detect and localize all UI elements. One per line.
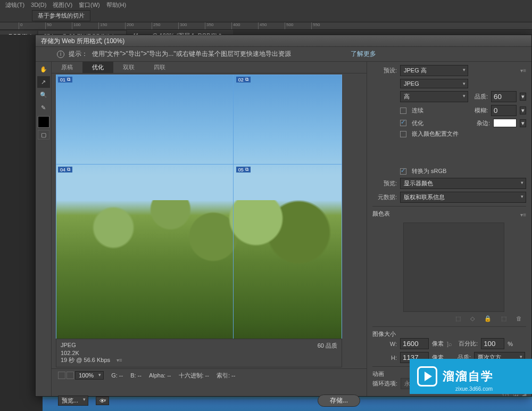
settings-panel: 预设: JPEG 高 ▾≡ JPEG 高 品质: ▾ 连续 模糊: xyxy=(367,62,531,396)
slice-badge-04[interactable]: 04 ⧉ xyxy=(58,167,72,172)
filesize-text: 102.2K xyxy=(61,350,337,356)
blur-label: 模糊: xyxy=(475,106,488,114)
menu-filter[interactable]: 滤镜(T) xyxy=(5,1,24,9)
blur-stepper-icon[interactable]: ▾ xyxy=(520,106,526,114)
readout-g: G: -- xyxy=(111,372,123,379)
ct-icon-2[interactable]: ◇ xyxy=(470,315,475,322)
tab-original[interactable]: 原稿 xyxy=(52,62,82,73)
preview-column: 原稿 优化 双联 四联 01 ⧉ 02 ⧉ 04 ⧉ 05 ⧉ xyxy=(52,62,367,396)
slice-guide-horizontal xyxy=(56,164,342,165)
readout-alpha: Alpha: -- xyxy=(149,372,171,379)
watermark-url: zixue.3d66.com xyxy=(455,386,493,392)
preview-info-panel: JPEG 60 品质 102.2K 19 秒 @ 56.6 Kbps ▾≡ xyxy=(56,339,342,367)
preview-canvas[interactable]: 01 ⧉ 02 ⧉ 04 ⧉ 05 ⧉ xyxy=(56,75,342,354)
zoom-control[interactable]: 100% xyxy=(58,371,104,380)
trash-icon[interactable]: 🗑 xyxy=(516,315,522,322)
convert-srgb-checkbox[interactable] xyxy=(400,168,406,175)
info-icon: i xyxy=(57,51,64,58)
quality-stepper-icon[interactable]: ▾ xyxy=(520,93,526,101)
progressive-checkbox[interactable] xyxy=(400,108,406,114)
preview-button[interactable]: 预览... xyxy=(58,396,88,406)
dialog-tools: ✋ ↗ 🔍 ✎ ▢ xyxy=(36,62,52,396)
colortable-flyout-icon[interactable]: ▾≡ xyxy=(520,212,526,218)
preset-flyout-icon[interactable]: ▾≡ xyxy=(520,68,526,73)
ct-icon-new[interactable]: ⬚ xyxy=(501,315,506,322)
colortable-icons: ⬚ ◇ 🔒 ⬚ 🗑 xyxy=(372,314,526,323)
zoom-in-icon[interactable] xyxy=(66,372,74,379)
slice-badge-05[interactable]: 05 ⧉ xyxy=(236,167,251,172)
preview-color-label: 预览: xyxy=(372,179,397,187)
embed-profile-checkbox[interactable] xyxy=(400,131,406,137)
blur-input[interactable] xyxy=(491,105,517,116)
dialog-bottom-bar: 100% G: -- B: -- Alpha: -- 十六进制: -- 索引: … xyxy=(52,368,367,396)
colortable-title: 颜色表 xyxy=(372,210,390,218)
dialog-title: 存储为 Web 所用格式 (100%) xyxy=(36,35,531,47)
slice-select-tool-icon[interactable]: ↗ xyxy=(37,76,50,88)
optimize-label: 优化 xyxy=(412,119,423,127)
height-label: H: xyxy=(372,355,397,361)
ct-icon-1[interactable]: ⬚ xyxy=(455,315,461,322)
percent-unit: % xyxy=(508,341,513,347)
loop-label: 循环选项: xyxy=(372,380,397,388)
matte-color-swatch[interactable] xyxy=(493,119,517,127)
watermark-banner: 溜溜自学 zixue.3d66.com xyxy=(410,359,532,394)
percent-input[interactable] xyxy=(481,338,504,349)
percent-label: 百分比: xyxy=(459,340,478,348)
readout-hex: 十六进制: -- xyxy=(179,372,209,380)
link-dimensions-icon[interactable]: ]⌕ xyxy=(447,341,452,347)
options-bar: 基于参考线的切片 xyxy=(0,10,532,22)
convert-srgb-label: 转换为 sRGB xyxy=(412,167,446,175)
quality-text: 60 品质 xyxy=(318,342,337,350)
zoom-select[interactable]: 100% xyxy=(75,371,104,380)
learn-more-link[interactable]: 了解更多 xyxy=(351,50,376,59)
eyedropper-tool-icon[interactable]: ✎ xyxy=(37,102,50,113)
metadata-select[interactable]: 版权和联系信息 xyxy=(400,192,526,203)
ruler-horizontal: 050100150200250300350400450500550 xyxy=(0,22,532,30)
preview-area[interactable]: 01 ⧉ 02 ⧉ 04 ⧉ 05 ⧉ JPEG 60 品质 102.2K 19… xyxy=(52,73,367,368)
app-menubar[interactable]: 滤镜(T) 3D(D) 视图(V) 窗口(W) 帮助(H) xyxy=(0,0,532,10)
format-text: JPEG xyxy=(61,342,76,350)
format-select[interactable]: JPEG xyxy=(400,79,468,88)
readout-b: B: -- xyxy=(130,372,142,379)
browser-preview-icon[interactable]: 👁 xyxy=(96,397,109,405)
menu-view[interactable]: 视图(V) xyxy=(53,1,72,9)
quality-label: 品质: xyxy=(475,93,488,101)
zoom-out-icon[interactable] xyxy=(58,372,65,379)
toggle-slices-visibility-icon[interactable]: ▢ xyxy=(38,130,49,139)
slice-from-guides-button[interactable]: 基于参考线的切片 xyxy=(32,10,90,21)
tip-text: 使用"文件">"导出">"导出为..."或右键单击某个图层可更快速地导出资源 xyxy=(92,50,291,59)
menu-help[interactable]: 帮助(H) xyxy=(106,1,126,9)
slice-badge-02[interactable]: 02 ⧉ xyxy=(236,77,251,83)
quality-input[interactable] xyxy=(491,91,517,102)
unit-px: 像素 xyxy=(432,340,444,348)
image-foliage xyxy=(56,200,342,353)
quality-level-select[interactable]: 高 xyxy=(400,91,468,102)
flyout-menu-icon[interactable]: ▾≡ xyxy=(117,357,122,363)
color-table[interactable] xyxy=(403,223,504,312)
preset-select[interactable]: JPEG 高 xyxy=(400,65,468,76)
width-input[interactable] xyxy=(400,338,429,349)
preset-label: 预设: xyxy=(372,67,397,75)
menu-3d[interactable]: 3D(D) xyxy=(31,2,46,8)
slice-badge-01[interactable]: 01 ⧉ xyxy=(58,77,72,83)
optimize-checkbox[interactable] xyxy=(400,120,406,126)
tab-2up[interactable]: 双联 xyxy=(113,62,144,73)
tip-bar: i 提示： 使用"文件">"导出">"导出为..."或右键单击某个图层可更快速地… xyxy=(36,47,531,62)
save-button[interactable]: 存储... xyxy=(318,394,360,407)
matte-label: 杂边: xyxy=(477,119,490,127)
tab-4up[interactable]: 四联 xyxy=(144,62,175,73)
readout-index: 索引: -- xyxy=(217,372,235,380)
zoom-tool-icon[interactable]: 🔍 xyxy=(37,89,50,101)
preview-color-select[interactable]: 显示器颜色 xyxy=(400,178,526,189)
tab-optimized[interactable]: 优化 xyxy=(82,62,113,73)
hand-tool-icon[interactable]: ✋ xyxy=(37,63,50,75)
foreground-color-swatch[interactable] xyxy=(38,116,49,128)
width-label: W: xyxy=(372,341,397,347)
progressive-label: 连续 xyxy=(412,106,423,114)
lock-icon[interactable]: 🔒 xyxy=(484,315,492,322)
slice-guide-vertical xyxy=(233,75,234,353)
embed-profile-label: 嵌入颜色配置文件 xyxy=(412,130,459,138)
menu-window[interactable]: 窗口(W) xyxy=(79,1,100,9)
play-icon xyxy=(417,366,437,387)
matte-dropdown-icon[interactable]: ▾ xyxy=(520,119,526,127)
